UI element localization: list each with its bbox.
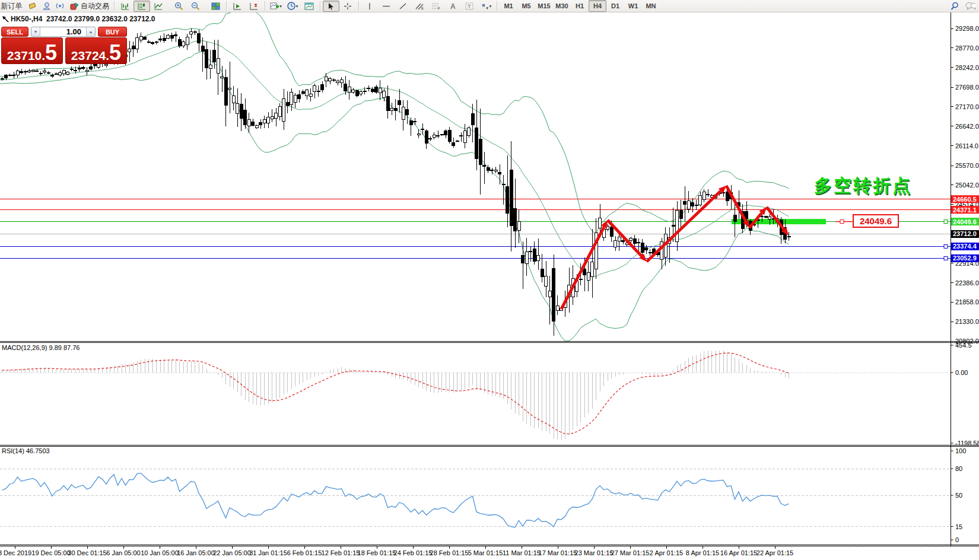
zoom-out-icon[interactable] <box>187 1 204 12</box>
line-chart-mode-icon[interactable] <box>150 1 167 12</box>
svg-text:12 Feb 01:15: 12 Feb 01:15 <box>322 549 360 556</box>
rsi-label: RSI(14) 46.7503 <box>2 447 50 454</box>
level-handle <box>944 256 948 260</box>
svg-text:10 Jan 05:00: 10 Jan 05:00 <box>141 549 179 556</box>
clock-caret-icon: ▾ <box>296 4 298 9</box>
svg-text:T: T <box>468 4 471 9</box>
one-click-trade-panel: SELL ▼ 1.00 ▲ BUY 23710.5 23724.5 <box>1 27 127 64</box>
svg-text:25570.0: 25570.0 <box>955 162 979 169</box>
fibonacci-tool-icon[interactable]: F <box>428 1 444 12</box>
timeframe-clock-button[interactable]: ▾ <box>284 0 301 12</box>
svg-text:24 Feb 01:15: 24 Feb 01:15 <box>394 549 433 556</box>
tile-windows-icon[interactable] <box>207 1 224 12</box>
sell-price-button[interactable]: 23710.5 <box>1 37 63 64</box>
buy-button[interactable]: BUY <box>98 27 127 37</box>
accounts-icon[interactable] <box>41 1 51 11</box>
svg-text:11 Mar 01:15: 11 Mar 01:15 <box>503 549 541 556</box>
svg-text:5 Mar 01:15: 5 Mar 01:15 <box>468 549 503 556</box>
svg-text:A: A <box>450 2 456 10</box>
trading-app-window: 新订单 自动交易 <box>0 0 979 560</box>
buy-price-frac: 5 <box>109 44 121 62</box>
auto-scroll-icon[interactable] <box>229 1 246 12</box>
search-icon[interactable] <box>949 1 959 11</box>
svg-text:50: 50 <box>955 492 962 499</box>
market-watch-icon[interactable] <box>27 1 37 11</box>
indicators-button[interactable]: ▾ <box>268 0 284 12</box>
timeframe-mn[interactable]: MN <box>642 0 660 12</box>
svg-text:31 Jan 01:15: 31 Jan 01:15 <box>249 549 287 556</box>
arrows-tool-button[interactable]: ▾ <box>478 0 494 12</box>
zoom-in-icon[interactable] <box>170 1 187 12</box>
broadcast-icon[interactable] <box>55 1 65 11</box>
template-icon[interactable] <box>301 1 317 12</box>
svg-text:-1198.58: -1198.58 <box>955 440 979 447</box>
turning-point-annotation: 多空转折点 <box>814 174 912 198</box>
timeframe-m5[interactable]: M5 <box>517 0 535 12</box>
svg-text:26114.0: 26114.0 <box>955 142 978 149</box>
volume-increase-button[interactable]: ▲ <box>86 27 95 36</box>
vertical-line-tool-icon[interactable] <box>361 1 378 12</box>
timeframe-h4[interactable]: H4 <box>589 0 606 12</box>
buy-price-button[interactable]: 23724.5 <box>65 37 127 64</box>
svg-text:100: 100 <box>955 447 966 454</box>
main-toolbar: 新订单 自动交易 <box>0 0 979 12</box>
horizontal-line-tool-icon[interactable] <box>378 1 395 12</box>
price-chart[interactable]: 454.50.00-1198.58100805015029298.028770.… <box>0 0 979 560</box>
svg-text:3 Dec 2019: 3 Dec 2019 <box>0 549 31 556</box>
svg-text:15: 15 <box>955 523 962 530</box>
svg-text:23712.0: 23712.0 <box>953 230 977 237</box>
trendline-tool-icon[interactable] <box>395 1 411 12</box>
price-callout-label[interactable]: 24049.6 <box>853 214 899 228</box>
text-label-tool-icon[interactable]: T <box>461 1 478 12</box>
chart-shift-icon[interactable] <box>246 1 262 12</box>
cursor-tool-icon[interactable] <box>323 1 339 12</box>
svg-text:22 Apr 01:15: 22 Apr 01:15 <box>757 549 793 556</box>
timeframe-m30[interactable]: M30 <box>553 0 571 12</box>
svg-text:22386.0: 22386.0 <box>955 279 979 287</box>
svg-text:30 Dec 01:15: 30 Dec 01:15 <box>68 549 106 556</box>
timeframe-m1[interactable]: M1 <box>500 0 517 12</box>
channel-tool-icon[interactable]: E <box>411 1 428 12</box>
autotrading-button[interactable]: 自动交易 <box>68 0 112 12</box>
volume-control: ▼ 1.00 ▲ <box>31 27 96 37</box>
autotrading-label: 自动交易 <box>81 1 109 11</box>
candlestick-mode-icon[interactable] <box>134 1 150 12</box>
timeframe-h1[interactable]: H1 <box>571 0 589 12</box>
indicators-icon <box>270 2 279 10</box>
arrows-caret-icon: ▾ <box>490 4 492 9</box>
crosshair-tool-icon[interactable] <box>339 1 356 12</box>
svg-text:6 Jan 05:00: 6 Jan 05:00 <box>106 549 141 556</box>
text-tool-icon[interactable]: A <box>444 1 461 12</box>
svg-text:23 Mar 01:15: 23 Mar 01:15 <box>575 549 614 556</box>
svg-text:28 Feb 01:15: 28 Feb 01:15 <box>430 549 469 556</box>
new-order-button[interactable]: 新订单 <box>0 0 27 12</box>
svg-text:16 Jan 05:00: 16 Jan 05:00 <box>177 549 215 556</box>
chart-ohlc-title: HK50-,H4 23742.0 23799.0 23632.0 23712.0 <box>2 15 155 23</box>
chat-icon[interactable] <box>965 1 975 11</box>
timeframe-w1[interactable]: W1 <box>624 0 642 12</box>
svg-text:0: 0 <box>955 536 959 543</box>
svg-text:28242.0: 28242.0 <box>955 64 979 71</box>
svg-text:24371.1: 24371.1 <box>953 206 977 214</box>
buy-price-main: 23724 <box>71 49 106 62</box>
volume-input[interactable]: 1.00 <box>40 27 86 36</box>
svg-text:26642.0: 26642.0 <box>955 123 979 130</box>
svg-text:23052.9: 23052.9 <box>953 254 977 262</box>
svg-text:23374.4: 23374.4 <box>953 243 977 250</box>
svg-text:18 Feb 01:15: 18 Feb 01:15 <box>358 549 396 556</box>
sell-price-frac: 5 <box>45 44 57 62</box>
svg-text:28770.0: 28770.0 <box>955 44 979 52</box>
sell-price-main: 23710 <box>7 49 42 62</box>
new-order-label: 新订单 <box>1 1 23 11</box>
volume-decrease-button[interactable]: ▼ <box>31 27 40 36</box>
timeframe-d1[interactable]: D1 <box>606 0 624 12</box>
svg-text:25042.0: 25042.0 <box>955 182 979 189</box>
level-handle <box>944 244 948 248</box>
bar-chart-mode-icon[interactable] <box>117 1 134 12</box>
svg-text:E: E <box>421 7 424 10</box>
timeframe-m15[interactable]: M15 <box>535 0 553 12</box>
svg-text:29298.0: 29298.0 <box>955 25 979 32</box>
arrows-tool-icon <box>481 2 489 10</box>
sell-button[interactable]: SELL <box>1 27 28 37</box>
svg-text:27 Mar 01:15: 27 Mar 01:15 <box>611 549 650 556</box>
